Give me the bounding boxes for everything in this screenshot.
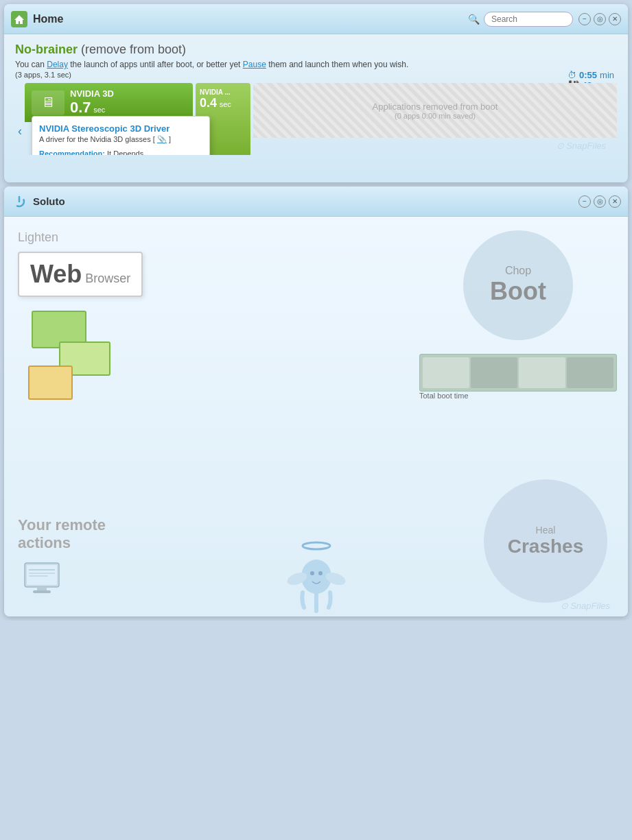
removed-subtitle: (0 apps 0:00 min saved) <box>395 112 476 120</box>
removed-area: Applications removed from boot (0 apps 0… <box>253 83 617 138</box>
heal-crashes-circle[interactable]: Heal Crashes <box>484 479 607 603</box>
web-browser-box[interactable]: Web Browser <box>18 252 143 297</box>
svg-point-13 <box>303 542 330 549</box>
boot-segment-3 <box>519 357 565 388</box>
boot-label: Boot <box>490 277 546 306</box>
carousel-area: ‹ 🖥 NVIDIA 3D 0.7 sec <box>4 83 628 155</box>
bottom-close-button[interactable]: ✕ <box>609 195 621 208</box>
nobrainer-desc: You can Delay the launch of apps until a… <box>15 60 617 69</box>
nobrainer-title: No-brainer (remove from boot) <box>15 43 617 57</box>
maximize-button[interactable]: ◎ <box>594 13 606 25</box>
bottom-panel: Soluto − ◎ ✕ Lighten Web Browser Your re… <box>4 187 628 616</box>
secondary-card-time: 0.4 <box>200 96 217 110</box>
bottom-content: Lighten Web Browser Your remoteactions <box>4 217 628 616</box>
tooltip-popup: NVIDIA Stereoscopic 3D Driver A driver f… <box>32 116 210 155</box>
tooltip-desc: A driver for the Nvidia 3D glasses [ 📎 ] <box>39 135 202 144</box>
tooltip-title: NVIDIA Stereoscopic 3D Driver <box>39 123 202 134</box>
desc-before: You can <box>15 60 47 69</box>
boot-bar-area: Total boot time <box>419 354 617 400</box>
nobrainer-section: No-brainer (remove from boot) You can De… <box>15 43 617 79</box>
search-area: 🔍 <box>468 12 573 27</box>
close-button[interactable]: ✕ <box>609 13 621 25</box>
secondary-card-name: NVIDIA ... <box>200 88 246 96</box>
bottom-snapfiles-logo: ⊙ SnapFiles <box>550 598 621 614</box>
top-titlebar: Home 🔍 − ◎ ✕ <box>4 4 628 34</box>
top-panel: Home 🔍 − ◎ ✕ No-brainer (remove from boo… <box>4 4 628 182</box>
snapfiles-logo: ⊙ SnapFiles <box>253 138 617 155</box>
right-section: Applications removed from boot (0 apps 0… <box>253 83 617 155</box>
app-card-unit: sec <box>93 106 105 114</box>
svg-rect-7 <box>27 565 57 585</box>
bottom-titlebar: Soluto − ◎ ✕ <box>4 187 628 217</box>
timer-row: ⏱ 0:55 min <box>567 70 614 80</box>
bottom-title: Soluto <box>33 195 578 207</box>
puzzle-area <box>18 311 128 393</box>
angel-icon <box>282 532 351 614</box>
timer-unit: min <box>600 70 614 80</box>
svg-rect-12 <box>33 590 51 593</box>
boot-segment-4 <box>567 357 613 388</box>
chop-label: Chop <box>505 265 531 277</box>
crashes-label: Crashes <box>508 536 584 557</box>
tooltip-rec: Recommendation: It Depends <box>39 149 202 155</box>
boot-segment-1 <box>423 357 469 388</box>
chop-boot-circle[interactable]: Chop Boot <box>463 230 573 340</box>
search-icon: 🔍 <box>468 14 480 25</box>
svg-marker-0 <box>14 15 24 24</box>
boot-bar <box>419 354 617 392</box>
pause-link[interactable]: Pause <box>243 60 266 69</box>
app-card-time: 0.7 <box>70 99 91 116</box>
cards-row: 🖥 NVIDIA 3D 0.7 sec NVIDIA Stereoscopic … <box>25 83 617 155</box>
boot-segment-2 <box>471 357 517 388</box>
delay-link[interactable]: Delay <box>47 60 68 69</box>
home-icon <box>11 11 27 27</box>
bottom-maximize-button[interactable]: ◎ <box>594 195 606 208</box>
info-link[interactable]: 📎 <box>157 135 167 143</box>
svg-rect-11 <box>37 587 47 590</box>
removed-title: Applications removed from boot <box>373 101 498 112</box>
app-card-name: NVIDIA 3D <box>70 88 114 99</box>
svg-point-15 <box>310 571 314 575</box>
search-input[interactable] <box>484 12 573 27</box>
browser-text: Browser <box>82 272 130 285</box>
window-controls: − ◎ ✕ <box>578 13 621 25</box>
angel-illustration <box>282 532 351 616</box>
total-boot-label: Total boot time <box>419 392 617 400</box>
power-icon <box>11 193 27 210</box>
page-title: Home <box>33 13 468 25</box>
secondary-card-unit: sec <box>220 100 231 108</box>
nobrainer-stats: (3 apps, 3.1 sec) <box>15 71 617 79</box>
web-text: Web <box>30 260 82 288</box>
nobrainer-subheading: (remove from boot) <box>78 43 186 56</box>
computer-icon <box>18 560 73 601</box>
puzzle-piece-yellow <box>28 365 73 400</box>
app-icon: 🖥 <box>32 91 65 115</box>
svg-point-16 <box>318 571 323 575</box>
timer-icon: ⏱ <box>567 70 576 80</box>
timer-value: 0:55 <box>579 70 597 80</box>
prev-button[interactable]: ‹ <box>15 83 25 139</box>
lighten-label: Lighten <box>18 230 395 245</box>
bottom-window-controls: − ◎ ✕ <box>578 195 621 208</box>
bottom-minimize-button[interactable]: − <box>578 195 591 208</box>
nobrainer-heading: No-brainer <box>15 43 78 56</box>
minimize-button[interactable]: − <box>578 13 591 25</box>
heal-label: Heal <box>536 525 556 536</box>
